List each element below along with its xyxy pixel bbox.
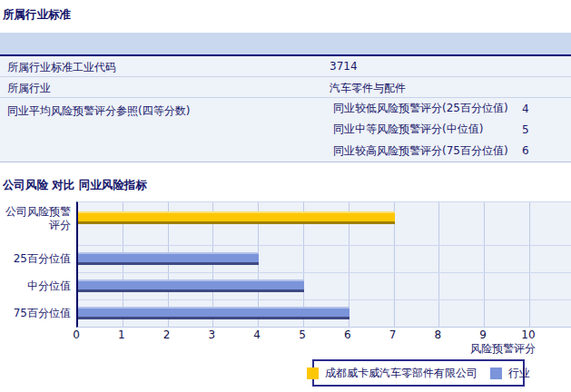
- report-page: 所属行业标准 所属行业标准工业代码 3714 所属行业 汽车零件与配件 同业平均…: [0, 0, 571, 392]
- bar-2: [78, 279, 304, 292]
- row-label: 所属行业: [7, 81, 51, 96]
- x-tick-label: 0: [63, 328, 90, 341]
- sub-row-value: 4: [522, 103, 571, 115]
- chart-legend: 成都威卡威汽车零部件有限公司 行业: [312, 359, 525, 387]
- legend-item-company: 成都威卡威汽车零部件有限公司: [307, 366, 477, 381]
- table-row: 所属行业 汽车零件与配件: [0, 77, 571, 98]
- x-tick-label: 5: [289, 328, 316, 341]
- sub-row-value: 5: [522, 123, 571, 136]
- row-label: 所属行业标准工业代码: [7, 60, 116, 75]
- table-row: 同业中等风险预警评分(中位值) 5: [306, 119, 571, 140]
- table-header-band: [0, 33, 571, 56]
- plot-area: [76, 201, 571, 328]
- category-label: 公司风险预警评分: [0, 205, 71, 232]
- chart-section-title: 公司风险 对比 同业风险指标: [3, 178, 147, 193]
- industry-section-title: 所属行业标准: [3, 7, 71, 23]
- sub-row-value: 6: [522, 144, 571, 157]
- x-tick-label: 2: [153, 328, 181, 341]
- bar-3: [78, 307, 349, 319]
- gridline: [484, 202, 485, 327]
- x-tick-label: 1: [108, 328, 135, 341]
- legend-label: 行业: [508, 366, 530, 381]
- table-row: 同业较高风险预警评分(75百分位值) 6: [306, 141, 571, 162]
- category-label: 中分位值: [0, 279, 71, 293]
- x-tick-label: 7: [379, 328, 407, 341]
- row-value: 3714: [330, 60, 358, 73]
- category-label: 25百分位值: [0, 252, 71, 266]
- peer-score-group-row: 同业平均风险预警评分参照(四等分数) 同业较低风险预警评分(25百分位值) 4 …: [0, 98, 571, 162]
- gridline: [529, 202, 530, 327]
- table-row: 所属行业标准工业代码 3714: [0, 56, 571, 77]
- row-separator-line: [78, 272, 571, 273]
- sub-row-label: 同业较高风险预警评分(75百分位值): [306, 143, 522, 159]
- industry-color-swatch-icon: [490, 368, 502, 379]
- category-label: 75百分位值: [0, 307, 71, 320]
- bar-1: [78, 252, 259, 265]
- x-tick-label: 8: [424, 328, 451, 341]
- legend-label: 成都威卡威汽车零部件有限公司: [325, 366, 477, 381]
- legend-item-industry: 行业: [490, 366, 530, 381]
- row-separator-line: [78, 245, 571, 246]
- gridline: [438, 202, 439, 327]
- row-value: 汽车零件与配件: [330, 81, 406, 96]
- x-tick-label: 9: [469, 328, 497, 341]
- company-color-swatch-icon: [307, 368, 319, 379]
- x-tick-label: 10: [515, 328, 542, 341]
- peer-group-label: 同业平均风险预警评分参照(四等分数): [7, 103, 190, 119]
- table-row: 同业较低风险预警评分(25百分位值) 4: [306, 98, 571, 119]
- peer-sub-rows: 同业较低风险预警评分(25百分位值) 4 同业中等风险预警评分(中位值) 5 同…: [306, 98, 571, 162]
- x-axis-label: 风险预警评分: [399, 341, 536, 357]
- row-separator-line: [78, 299, 571, 300]
- sub-row-label: 同业中等风险预警评分(中位值): [306, 122, 522, 137]
- bar-0: [78, 211, 395, 224]
- x-tick-label: 3: [198, 328, 225, 341]
- x-tick-label: 6: [334, 328, 361, 341]
- x-tick-label: 4: [243, 328, 271, 341]
- sub-row-label: 同业较低风险预警评分(25百分位值): [306, 101, 522, 116]
